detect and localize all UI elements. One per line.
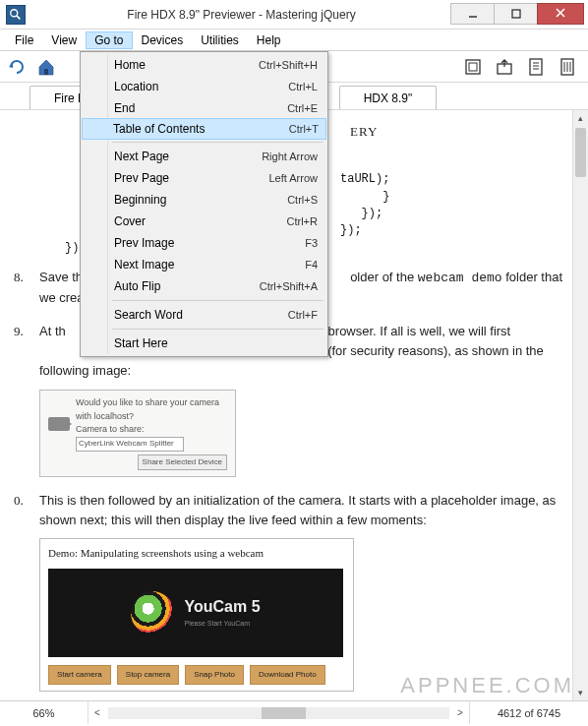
- app-icon: [6, 5, 26, 25]
- menu-separator: [112, 329, 323, 330]
- svg-rect-7: [466, 60, 480, 74]
- svg-rect-8: [469, 63, 477, 71]
- menu-separator: [112, 142, 323, 143]
- goto-menu: HomeCtrl+Shift+HLocationCtrl+LEndCtrl+ET…: [80, 51, 328, 357]
- hscroll-thumb[interactable]: [262, 707, 306, 719]
- undo-button[interactable]: [4, 55, 29, 79]
- menu-item-home[interactable]: HomeCtrl+Shift+H: [83, 54, 325, 76]
- svg-point-0: [11, 9, 18, 16]
- page-indicator: 4612 of 6745: [470, 707, 588, 719]
- scroll-down-arrow[interactable]: ▾: [573, 685, 588, 700]
- tool-icon-4[interactable]: [555, 55, 580, 79]
- demo-btn: Start camera: [48, 665, 111, 685]
- youcam-placeholder: YouCam 5Please Start YouCam: [48, 569, 343, 657]
- camera-icon: [48, 417, 70, 431]
- demo-btn: Download Photo: [250, 665, 325, 685]
- menu-separator: [112, 300, 323, 301]
- horizontal-scrollbar[interactable]: < >: [88, 701, 470, 724]
- menu-utilities[interactable]: Utilities: [192, 31, 248, 49]
- share-device-button: Share Selected Device: [138, 454, 227, 470]
- menu-item-cover[interactable]: CoverCtrl+R: [83, 211, 325, 232]
- scroll-left-arrow[interactable]: <: [88, 707, 106, 718]
- zoom-level[interactable]: 66%: [0, 701, 88, 724]
- tool-icon-2[interactable]: [492, 55, 517, 79]
- demo-btn: Snap Photo: [185, 665, 244, 685]
- permission-dialog-image: Would you like to share your camera with…: [39, 390, 236, 478]
- menu-item-search-word[interactable]: Search WordCtrl+F: [83, 304, 325, 326]
- menu-item-location[interactable]: LocationCtrl+L: [83, 76, 325, 97]
- tab-right[interactable]: HDX 8.9": [339, 86, 438, 109]
- menubar: File View Go to Devices Utilities Help: [0, 30, 588, 51]
- svg-line-1: [17, 15, 21, 19]
- svg-rect-10: [530, 59, 542, 75]
- menu-view[interactable]: View: [42, 31, 86, 49]
- menu-item-start-here[interactable]: Start Here: [83, 333, 325, 354]
- close-button[interactable]: [537, 3, 584, 25]
- demo-image: Demo: Manipulating screenshots using a w…: [39, 538, 354, 691]
- menu-file[interactable]: File: [6, 31, 42, 49]
- svg-rect-3: [512, 10, 520, 18]
- menu-item-next-page[interactable]: Next PageRight Arrow: [83, 146, 325, 167]
- menu-help[interactable]: Help: [248, 31, 290, 49]
- tool-icon-3[interactable]: [523, 55, 549, 79]
- scroll-thumb[interactable]: [575, 128, 586, 177]
- statusbar: 66% < > 4612 of 6745: [0, 700, 588, 724]
- vertical-scrollbar[interactable]: ▴ ▾: [572, 110, 588, 700]
- scroll-right-arrow[interactable]: >: [451, 707, 469, 718]
- maximize-button[interactable]: [494, 3, 538, 25]
- youcam-logo-icon: [131, 591, 174, 635]
- window-buttons: [451, 3, 584, 27]
- page-heading-frag: ERY: [350, 122, 570, 142]
- camera-select: CyberLink Webcam Splitter: [76, 437, 184, 451]
- menu-item-prev-page[interactable]: Prev PageLeft Arrow: [83, 167, 325, 189]
- menu-item-prev-image[interactable]: Prev ImageF3: [83, 232, 325, 254]
- minimize-button[interactable]: [450, 3, 495, 25]
- svg-rect-6: [44, 69, 48, 75]
- window-title: Fire HDX 8.9" Previewer - Mastering jQue…: [31, 8, 451, 22]
- list-item: 0. This is then followed by an initializ…: [35, 491, 570, 692]
- menu-item-auto-flip[interactable]: Auto FlipCtrl+Shift+A: [83, 275, 325, 297]
- tool-icon-1[interactable]: [460, 55, 486, 79]
- home-button[interactable]: [33, 55, 59, 79]
- menu-item-next-image[interactable]: Next ImageF4: [83, 254, 325, 275]
- scroll-up-arrow[interactable]: ▴: [573, 110, 588, 126]
- menu-goto[interactable]: Go to: [86, 31, 132, 49]
- menu-devices[interactable]: Devices: [133, 31, 193, 49]
- demo-btn: Stop camera: [117, 665, 179, 685]
- window-titlebar: Fire HDX 8.9" Previewer - Mastering jQue…: [0, 0, 588, 30]
- menu-item-table-of-contents[interactable]: Table of ContentsCtrl+T: [82, 118, 326, 140]
- menu-item-beginning[interactable]: BeginningCtrl+S: [83, 189, 325, 211]
- menu-item-end[interactable]: EndCtrl+E: [83, 97, 325, 119]
